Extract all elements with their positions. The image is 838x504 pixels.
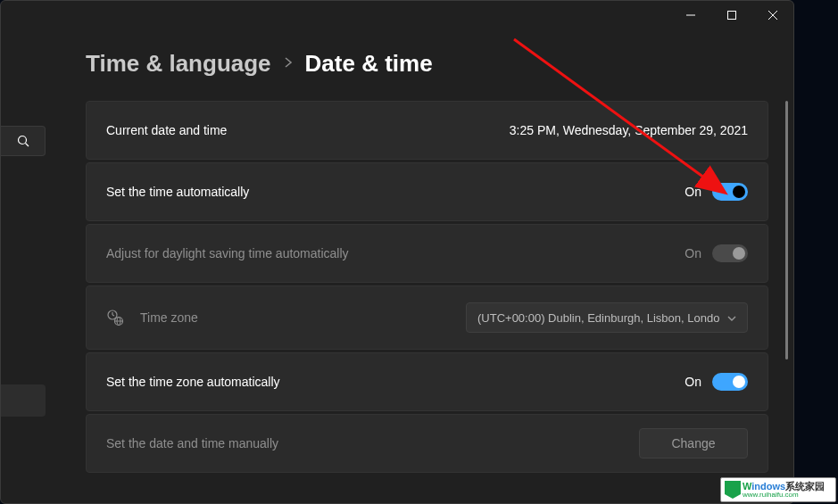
breadcrumb: Time & language Date & time (86, 50, 776, 78)
scrollbar-thumb[interactable] (785, 101, 788, 359)
svg-line-8 (112, 315, 114, 316)
watermark-flag-icon (725, 481, 741, 499)
timezone-label: Time zone (140, 310, 198, 325)
breadcrumb-parent[interactable]: Time & language (86, 50, 271, 78)
timezone-select[interactable]: (UTC+00:00) Dublin, Edinburgh, Lisbon, L… (466, 302, 748, 333)
settings-window: Time & language Date & time Current date… (0, 0, 794, 504)
chevron-right-icon (284, 56, 293, 72)
manual-datetime-label: Set the date and time manually (106, 436, 278, 450)
timezone-select-value: (UTC+00:00) Dublin, Edinburgh, Lisbon, L… (477, 311, 720, 325)
chevron-down-icon (727, 311, 736, 325)
settings-list: Current date and time 3:25 PM, Wednesday… (86, 101, 768, 473)
current-datetime-label: Current date and time (106, 123, 227, 137)
close-button[interactable] (752, 1, 793, 29)
svg-rect-1 (728, 12, 736, 20)
auto-time-toggle[interactable] (712, 183, 748, 201)
timezone-row: Time zone (UTC+00:00) Dublin, Edinburgh,… (86, 285, 768, 350)
auto-time-row: Set the time automatically On (86, 162, 768, 221)
current-datetime-value: 3:25 PM, Wednesday, September 29, 2021 (510, 123, 748, 137)
change-button-label: Change (671, 436, 715, 450)
manual-datetime-row: Set the date and time manually Change (86, 414, 768, 473)
watermark: Windows系统家园 www.ruihaifu.com (720, 477, 836, 502)
search-button[interactable] (1, 126, 46, 156)
globe-clock-icon (106, 309, 124, 326)
maximize-button[interactable] (711, 1, 752, 29)
change-button[interactable]: Change (639, 428, 748, 459)
dst-label: Adjust for daylight saving time automati… (106, 246, 349, 260)
minimize-button[interactable] (670, 1, 711, 29)
dst-row: Adjust for daylight saving time automati… (86, 224, 768, 283)
titlebar (670, 1, 793, 29)
auto-timezone-toggle[interactable] (712, 373, 748, 391)
dst-state: On (685, 246, 701, 260)
auto-time-label: Set the time automatically (106, 185, 249, 199)
sidebar (1, 1, 50, 503)
auto-timezone-label: Set the time zone automatically (106, 375, 280, 389)
content-area: Time & language Date & time Current date… (86, 50, 776, 503)
scrollbar[interactable] (785, 101, 788, 485)
search-icon (17, 135, 29, 147)
auto-timezone-row: Set the time zone automatically On (86, 352, 768, 411)
svg-line-5 (25, 144, 29, 147)
svg-point-4 (18, 136, 26, 145)
auto-timezone-state: On (685, 375, 701, 389)
sidebar-selected-item[interactable] (1, 384, 46, 417)
breadcrumb-current: Date & time (305, 50, 433, 78)
current-datetime-row: Current date and time 3:25 PM, Wednesday… (86, 101, 768, 160)
auto-time-state: On (685, 185, 701, 199)
dst-toggle (712, 244, 748, 262)
